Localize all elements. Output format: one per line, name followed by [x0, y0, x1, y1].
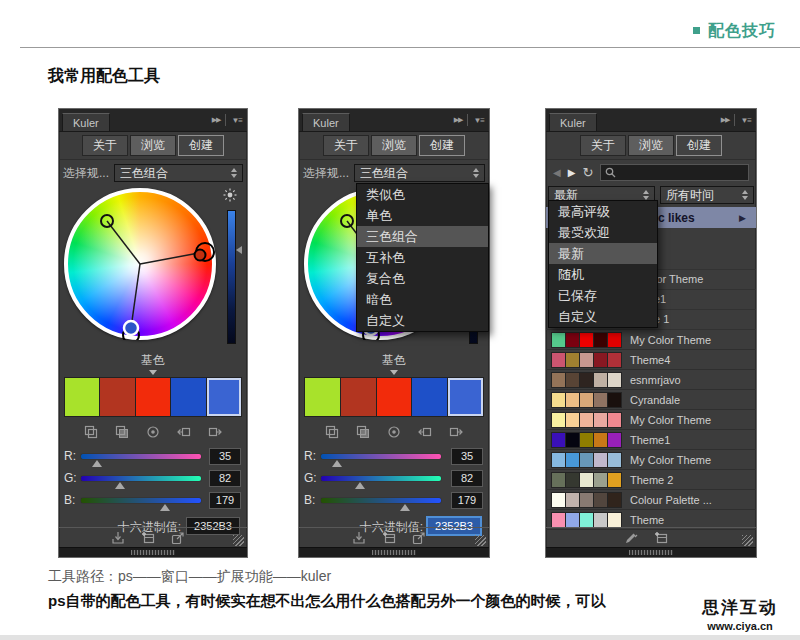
panel-menu-icon[interactable]: ▼≡: [473, 116, 484, 125]
slider-handle[interactable]: [92, 460, 102, 467]
color-wheel[interactable]: [64, 188, 216, 340]
save-theme-icon[interactable]: [111, 531, 125, 545]
base-swatch[interactable]: [341, 378, 377, 416]
panel-scrollbar[interactable]: [299, 547, 489, 557]
base-swatch[interactable]: [65, 378, 100, 416]
menu-item[interactable]: 类似色: [357, 184, 488, 205]
tab-browse[interactable]: 浏览: [371, 135, 417, 156]
tab-browse[interactable]: 浏览: [130, 135, 176, 156]
tab-create[interactable]: 创建: [676, 135, 722, 156]
slider-track[interactable]: [321, 454, 441, 459]
slider-value-input[interactable]: 82: [451, 470, 483, 487]
time-select[interactable]: 所有时间: [660, 186, 754, 204]
slider-handle[interactable]: [332, 460, 342, 467]
theme-row[interactable]: My Color Theme: [546, 450, 756, 470]
theme-row[interactable]: esnmrjavo: [546, 370, 756, 390]
menu-item[interactable]: 已保存: [549, 285, 657, 306]
base-swatch[interactable]: [412, 378, 448, 416]
rule-select[interactable]: 三色组合: [114, 164, 243, 182]
resize-grip-icon[interactable]: [475, 535, 486, 546]
brightness-handle[interactable]: [236, 246, 242, 254]
tab-create[interactable]: 创建: [178, 135, 224, 156]
slider-value-input[interactable]: 35: [451, 448, 483, 465]
copy-color-icon[interactable]: [356, 425, 370, 439]
add-color-left-icon[interactable]: [418, 425, 432, 439]
menu-item[interactable]: 最新: [549, 243, 657, 264]
slider-track[interactable]: [321, 498, 441, 503]
theme-row[interactable]: My Color Theme: [546, 410, 756, 430]
tab-about[interactable]: 关于: [580, 135, 626, 156]
panel-scrollbar[interactable]: [59, 547, 247, 557]
slider-track[interactable]: [321, 476, 441, 481]
panel-collapse-icon[interactable]: ▶▶: [721, 116, 730, 124]
tab-about[interactable]: 关于: [82, 135, 128, 156]
tab-create[interactable]: 创建: [419, 135, 465, 156]
panel-titlebar[interactable]: Kuler ▶▶ ▼≡: [299, 109, 489, 132]
menu-item[interactable]: 自定义: [549, 306, 657, 327]
scrollbar-handle[interactable]: [372, 550, 416, 555]
add-to-swatches-icon[interactable]: [654, 531, 668, 545]
base-swatch[interactable]: [207, 378, 241, 416]
add-to-swatches-icon[interactable]: [141, 531, 155, 545]
panel-collapse-icon[interactable]: ▶▶: [212, 116, 221, 124]
add-color-right-icon[interactable]: [449, 425, 463, 439]
rule-select[interactable]: 三色组合: [354, 164, 485, 182]
slider-value-input[interactable]: 179: [209, 492, 241, 509]
slider-handle[interactable]: [400, 504, 410, 511]
panel-title[interactable]: Kuler: [302, 113, 350, 131]
base-swatch[interactable]: [448, 378, 483, 416]
open-in-kuler-icon[interactable]: [171, 531, 185, 545]
menu-item[interactable]: 互补色: [357, 247, 488, 268]
menu-item[interactable]: 复合色: [357, 268, 488, 289]
resize-grip-icon[interactable]: [742, 535, 753, 546]
base-swatch[interactable]: [305, 378, 341, 416]
resize-grip-icon[interactable]: [233, 535, 244, 546]
panel-scrollbar[interactable]: [546, 547, 756, 557]
base-swatch[interactable]: [377, 378, 413, 416]
base-swatch[interactable]: [136, 378, 171, 416]
slider-handle[interactable]: [355, 482, 365, 489]
slider-track[interactable]: [81, 498, 201, 503]
swap-colors-icon[interactable]: [325, 425, 339, 439]
add-to-swatches-icon[interactable]: [382, 531, 396, 545]
add-color-left-icon[interactable]: [177, 425, 191, 439]
panel-titlebar[interactable]: Kuler ▶▶ ▼≡: [59, 109, 247, 132]
forward-icon[interactable]: ▶: [568, 167, 576, 178]
menu-item[interactable]: 自定义: [357, 310, 488, 331]
theme-row[interactable]: Theme4: [546, 350, 756, 370]
slider-track[interactable]: [81, 476, 201, 481]
theme-row[interactable]: My Color Theme: [546, 330, 756, 350]
slider-value-input[interactable]: 82: [209, 470, 241, 487]
set-base-color-icon[interactable]: [146, 425, 160, 439]
menu-item[interactable]: 三色组合: [357, 226, 488, 247]
slider-value-input[interactable]: 179: [451, 492, 483, 509]
swap-colors-icon[interactable]: [84, 425, 98, 439]
scrollbar-handle[interactable]: [629, 550, 673, 555]
set-base-color-icon[interactable]: [387, 425, 401, 439]
base-swatch[interactable]: [171, 378, 206, 416]
menu-item[interactable]: 暗色: [357, 289, 488, 310]
copy-color-icon[interactable]: [115, 425, 129, 439]
search-input[interactable]: [600, 164, 749, 181]
tab-browse[interactable]: 浏览: [628, 135, 674, 156]
menu-item[interactable]: 单色: [357, 205, 488, 226]
panel-titlebar[interactable]: Kuler ▶▶ ▼≡: [546, 109, 756, 132]
tab-about[interactable]: 关于: [323, 135, 369, 156]
save-theme-icon[interactable]: [352, 531, 366, 545]
theme-row[interactable]: Theme1: [546, 430, 756, 450]
menu-item[interactable]: 随机: [549, 264, 657, 285]
edit-theme-icon[interactable]: [624, 531, 638, 545]
back-icon[interactable]: ◀: [553, 167, 561, 178]
panel-menu-icon[interactable]: ▼≡: [740, 116, 751, 125]
theme-row[interactable]: Colour Palette ...: [546, 490, 756, 510]
slider-handle[interactable]: [115, 482, 125, 489]
panel-collapse-icon[interactable]: ▶▶: [454, 116, 463, 124]
theme-row[interactable]: Theme 2: [546, 470, 756, 490]
add-color-right-icon[interactable]: [208, 425, 222, 439]
open-in-kuler-icon[interactable]: [412, 531, 426, 545]
panel-title[interactable]: Kuler: [549, 113, 597, 131]
brightness-slider[interactable]: [227, 210, 236, 344]
slider-value-input[interactable]: 35: [209, 448, 241, 465]
scrollbar-handle[interactable]: [131, 550, 175, 555]
wheel-marker-base[interactable]: [195, 250, 206, 261]
